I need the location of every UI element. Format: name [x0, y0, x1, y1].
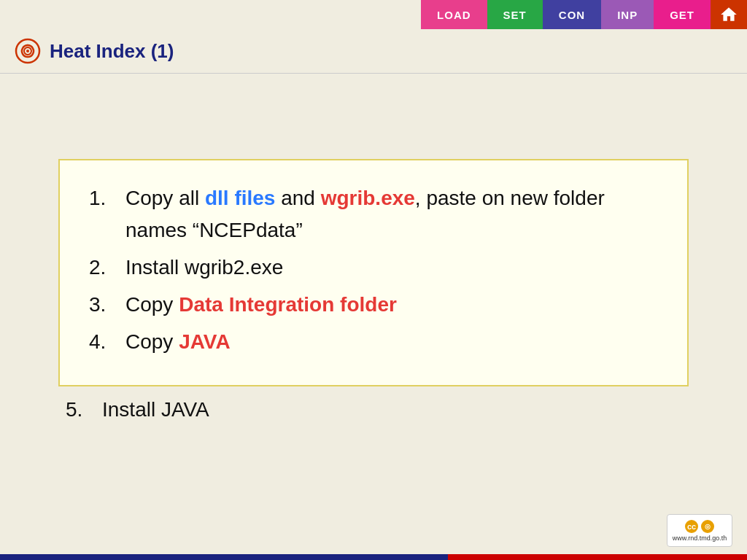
- nav-con-button[interactable]: CON: [543, 0, 601, 29]
- cc-url: www.rnd.tmd.go.th: [673, 534, 727, 542]
- step-5: 5. Install JAVA: [66, 394, 689, 427]
- wgrib-exe-highlight: wgrib.exe: [321, 187, 415, 209]
- steps-list-in-box: 1. Copy all dll files and wgrib.exe, pas…: [89, 182, 658, 359]
- cc-badge: cc ◎ www.rnd.tmd.go.th: [667, 514, 732, 547]
- nav-load-button[interactable]: LOAD: [421, 0, 487, 29]
- java-highlight: JAVA: [179, 330, 231, 353]
- step-2-text: Install wgrib2.exe: [125, 252, 658, 284]
- step-4: 4. Copy JAVA: [89, 326, 658, 359]
- step-2: 2. Install wgrib2.exe: [89, 252, 658, 284]
- nav-inp-button[interactable]: INP: [601, 0, 654, 29]
- cc-icons: cc ◎: [685, 520, 714, 533]
- nav-home-button[interactable]: [711, 0, 747, 29]
- top-navigation: LOAD SET CON INP GET: [421, 0, 747, 29]
- dll-files-highlight: dll files: [205, 187, 275, 209]
- spiral-icon: [15, 38, 41, 64]
- steps-box: 1. Copy all dll files and wgrib.exe, pas…: [58, 159, 689, 386]
- step-5-text: Install JAVA: [102, 394, 689, 427]
- page-title: Heat Index (1): [50, 40, 174, 63]
- steps-list-outside: 5. Install JAVA: [58, 394, 689, 431]
- nav-set-button[interactable]: SET: [487, 0, 543, 29]
- step-2-num: 2.: [89, 252, 125, 284]
- step-5-num: 5.: [66, 394, 102, 427]
- step-1: 1. Copy all dll files and wgrib.exe, pas…: [89, 182, 658, 248]
- svg-point-1: [26, 50, 29, 52]
- step-4-text: Copy JAVA: [125, 326, 658, 359]
- step-3-num: 3.: [89, 289, 125, 322]
- step-4-num: 4.: [89, 326, 125, 359]
- main-content: 1. Copy all dll files and wgrib.exe, pas…: [58, 73, 689, 516]
- nav-get-button[interactable]: GET: [654, 0, 711, 29]
- step-1-num: 1.: [89, 182, 125, 215]
- step-1-text: Copy all dll files and wgrib.exe, paste …: [125, 182, 658, 248]
- data-integration-highlight: Data Integration folder: [179, 293, 397, 316]
- by-icon: ◎: [701, 520, 714, 533]
- title-area: Heat Index (1): [0, 29, 747, 74]
- cc-icon: cc: [685, 520, 698, 533]
- bottom-bar: [0, 554, 747, 560]
- step-3-text: Copy Data Integration folder: [125, 289, 658, 322]
- step-3: 3. Copy Data Integration folder: [89, 289, 658, 322]
